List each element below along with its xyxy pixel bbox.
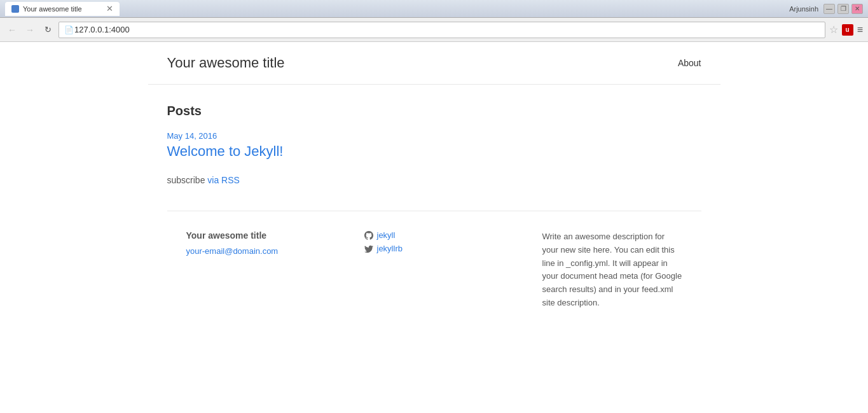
- page-content: Your awesome title About Posts May 14, 2…: [0, 42, 868, 413]
- bookmark-icon[interactable]: ☆: [829, 24, 838, 36]
- post-date: May 14, 2016: [167, 131, 701, 141]
- restore-button[interactable]: ❐: [837, 4, 849, 14]
- close-button[interactable]: ✕: [851, 4, 863, 14]
- about-nav-link[interactable]: About: [678, 58, 701, 68]
- tab-favicon-icon: [11, 5, 19, 13]
- tab-close-icon[interactable]: ✕: [106, 4, 113, 13]
- shield-label: u: [846, 26, 850, 33]
- posts-section: Posts May 14, 2016 Welcome to Jekyll! su…: [167, 104, 701, 185]
- tab-title: Your awesome title: [23, 5, 102, 13]
- shield-icon: u: [842, 24, 853, 36]
- minimize-button[interactable]: —: [823, 4, 835, 14]
- site-header: Your awesome title About: [148, 42, 720, 85]
- browser-tab[interactable]: Your awesome title ✕: [5, 2, 120, 16]
- refresh-button[interactable]: ↻: [41, 23, 55, 37]
- rss-link[interactable]: via RSS: [207, 175, 240, 185]
- footer-col-links: jekyll jekyllrb: [364, 230, 504, 253]
- url-host: 127.0.0.1: [74, 25, 109, 34]
- post-title-link[interactable]: Welcome to Jekyll!: [167, 143, 284, 159]
- url-bar[interactable]: 📄 127.0.0.1:4000: [59, 22, 825, 38]
- footer-links: jekyll jekyllrb: [364, 230, 504, 253]
- site-footer: Your awesome title your-email@domain.com…: [167, 211, 701, 329]
- jekyllrb-twitter-link[interactable]: jekyllrb: [377, 244, 403, 253]
- footer-github-item: jekyll: [364, 230, 504, 240]
- subscribe-line: subscribe via RSS: [167, 175, 701, 185]
- browser-titlebar: Your awesome title ✕ Arjunsinh — ❐ ✕: [0, 0, 868, 18]
- github-icon: [364, 231, 373, 240]
- footer-twitter-item: jekyllrb: [364, 244, 504, 253]
- footer-description: Write an awesome description for your ne…: [542, 230, 682, 310]
- subscribe-text: subscribe: [167, 175, 205, 185]
- back-button[interactable]: ←: [5, 23, 19, 37]
- user-name-label: Arjunsinh: [789, 5, 818, 13]
- site-nav: About: [678, 58, 701, 68]
- menu-icon[interactable]: ≡: [857, 24, 863, 36]
- url-favicon-icon: 📄: [64, 25, 72, 34]
- site-main: Posts May 14, 2016 Welcome to Jekyll! su…: [148, 85, 720, 348]
- browser-addressbar: ← → ↻ 📄 127.0.0.1:4000 ☆ u ≡: [0, 18, 868, 42]
- jekyll-github-link[interactable]: jekyll: [377, 230, 396, 240]
- forward-button[interactable]: →: [23, 23, 37, 37]
- post-item: May 14, 2016 Welcome to Jekyll!: [167, 131, 701, 160]
- url-text: 127.0.0.1:4000: [74, 25, 130, 34]
- twitter-icon: [364, 244, 373, 253]
- footer-email: your-email@domain.com: [186, 246, 326, 256]
- footer-email-link[interactable]: your-email@domain.com: [186, 246, 279, 256]
- window-controls: — ❐ ✕: [823, 4, 863, 14]
- site-title: Your awesome title: [167, 55, 285, 71]
- url-port: :4000: [109, 25, 130, 34]
- footer-site-name: Your awesome title: [186, 230, 326, 241]
- posts-heading: Posts: [167, 104, 701, 118]
- footer-col-info: Your awesome title your-email@domain.com: [186, 230, 326, 256]
- footer-inner: Your awesome title your-email@domain.com…: [167, 230, 701, 329]
- footer-col-desc: Write an awesome description for your ne…: [542, 230, 682, 310]
